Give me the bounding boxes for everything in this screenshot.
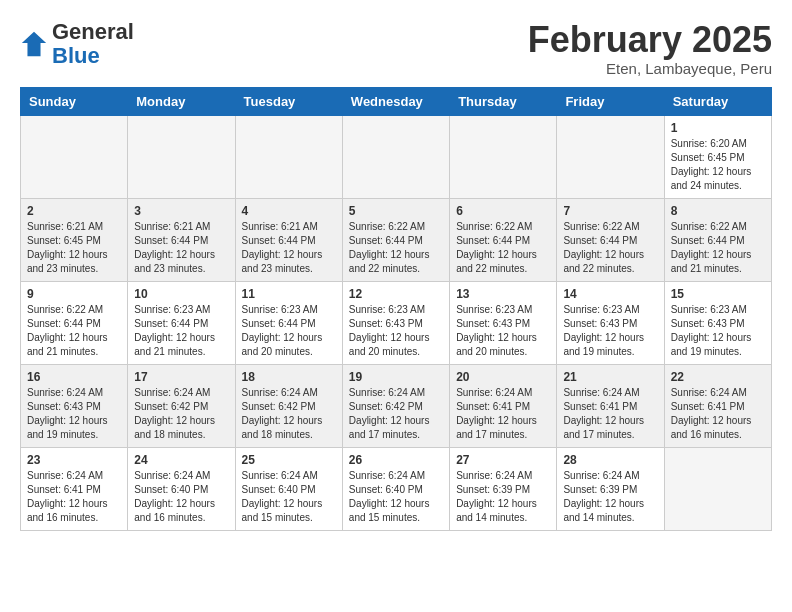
day-number: 19 — [349, 370, 443, 384]
calendar-day-cell: 13Sunrise: 6:23 AM Sunset: 6:43 PM Dayli… — [450, 281, 557, 364]
logo-blue-text: Blue — [52, 43, 100, 68]
calendar-day-cell: 4Sunrise: 6:21 AM Sunset: 6:44 PM Daylig… — [235, 198, 342, 281]
day-number: 24 — [134, 453, 228, 467]
day-number: 23 — [27, 453, 121, 467]
day-number: 26 — [349, 453, 443, 467]
day-info: Sunrise: 6:24 AM Sunset: 6:41 PM Dayligh… — [671, 386, 765, 442]
day-info: Sunrise: 6:24 AM Sunset: 6:41 PM Dayligh… — [563, 386, 657, 442]
logo: General Blue — [20, 20, 134, 68]
day-number: 13 — [456, 287, 550, 301]
day-number: 12 — [349, 287, 443, 301]
weekday-header-tuesday: Tuesday — [235, 87, 342, 115]
day-number: 17 — [134, 370, 228, 384]
calendar-day-cell — [557, 115, 664, 198]
calendar-day-cell: 28Sunrise: 6:24 AM Sunset: 6:39 PM Dayli… — [557, 447, 664, 530]
calendar-week-row: 16Sunrise: 6:24 AM Sunset: 6:43 PM Dayli… — [21, 364, 772, 447]
calendar-day-cell — [450, 115, 557, 198]
day-info: Sunrise: 6:22 AM Sunset: 6:44 PM Dayligh… — [456, 220, 550, 276]
day-number: 5 — [349, 204, 443, 218]
day-number: 14 — [563, 287, 657, 301]
day-info: Sunrise: 6:21 AM Sunset: 6:44 PM Dayligh… — [134, 220, 228, 276]
day-info: Sunrise: 6:24 AM Sunset: 6:42 PM Dayligh… — [242, 386, 336, 442]
day-number: 10 — [134, 287, 228, 301]
day-number: 20 — [456, 370, 550, 384]
day-info: Sunrise: 6:24 AM Sunset: 6:40 PM Dayligh… — [242, 469, 336, 525]
day-number: 8 — [671, 204, 765, 218]
day-number: 7 — [563, 204, 657, 218]
logo-icon — [20, 30, 48, 58]
calendar-day-cell: 16Sunrise: 6:24 AM Sunset: 6:43 PM Dayli… — [21, 364, 128, 447]
calendar-day-cell — [235, 115, 342, 198]
day-info: Sunrise: 6:24 AM Sunset: 6:43 PM Dayligh… — [27, 386, 121, 442]
day-info: Sunrise: 6:23 AM Sunset: 6:44 PM Dayligh… — [134, 303, 228, 359]
day-number: 6 — [456, 204, 550, 218]
day-info: Sunrise: 6:24 AM Sunset: 6:41 PM Dayligh… — [456, 386, 550, 442]
calendar-day-cell: 8Sunrise: 6:22 AM Sunset: 6:44 PM Daylig… — [664, 198, 771, 281]
day-info: Sunrise: 6:24 AM Sunset: 6:39 PM Dayligh… — [563, 469, 657, 525]
day-info: Sunrise: 6:23 AM Sunset: 6:43 PM Dayligh… — [671, 303, 765, 359]
day-info: Sunrise: 6:24 AM Sunset: 6:42 PM Dayligh… — [134, 386, 228, 442]
calendar-week-row: 23Sunrise: 6:24 AM Sunset: 6:41 PM Dayli… — [21, 447, 772, 530]
day-number: 11 — [242, 287, 336, 301]
calendar-table: SundayMondayTuesdayWednesdayThursdayFrid… — [20, 87, 772, 531]
calendar-day-cell: 15Sunrise: 6:23 AM Sunset: 6:43 PM Dayli… — [664, 281, 771, 364]
page-header: General Blue February 2025 Eten, Lambaye… — [20, 20, 772, 77]
day-info: Sunrise: 6:24 AM Sunset: 6:39 PM Dayligh… — [456, 469, 550, 525]
day-number: 9 — [27, 287, 121, 301]
calendar-week-row: 9Sunrise: 6:22 AM Sunset: 6:44 PM Daylig… — [21, 281, 772, 364]
day-info: Sunrise: 6:21 AM Sunset: 6:45 PM Dayligh… — [27, 220, 121, 276]
day-info: Sunrise: 6:23 AM Sunset: 6:44 PM Dayligh… — [242, 303, 336, 359]
day-number: 27 — [456, 453, 550, 467]
weekday-header-thursday: Thursday — [450, 87, 557, 115]
calendar-day-cell: 24Sunrise: 6:24 AM Sunset: 6:40 PM Dayli… — [128, 447, 235, 530]
day-number: 18 — [242, 370, 336, 384]
svg-marker-0 — [22, 32, 46, 56]
calendar-day-cell — [21, 115, 128, 198]
day-info: Sunrise: 6:22 AM Sunset: 6:44 PM Dayligh… — [563, 220, 657, 276]
day-number: 4 — [242, 204, 336, 218]
weekday-header-saturday: Saturday — [664, 87, 771, 115]
calendar-day-cell: 20Sunrise: 6:24 AM Sunset: 6:41 PM Dayli… — [450, 364, 557, 447]
calendar-day-cell: 26Sunrise: 6:24 AM Sunset: 6:40 PM Dayli… — [342, 447, 449, 530]
day-info: Sunrise: 6:21 AM Sunset: 6:44 PM Dayligh… — [242, 220, 336, 276]
day-number: 3 — [134, 204, 228, 218]
weekday-header-row: SundayMondayTuesdayWednesdayThursdayFrid… — [21, 87, 772, 115]
calendar-day-cell: 14Sunrise: 6:23 AM Sunset: 6:43 PM Dayli… — [557, 281, 664, 364]
calendar-day-cell: 9Sunrise: 6:22 AM Sunset: 6:44 PM Daylig… — [21, 281, 128, 364]
day-info: Sunrise: 6:23 AM Sunset: 6:43 PM Dayligh… — [563, 303, 657, 359]
day-info: Sunrise: 6:22 AM Sunset: 6:44 PM Dayligh… — [349, 220, 443, 276]
day-info: Sunrise: 6:24 AM Sunset: 6:42 PM Dayligh… — [349, 386, 443, 442]
calendar-day-cell — [664, 447, 771, 530]
calendar-day-cell: 11Sunrise: 6:23 AM Sunset: 6:44 PM Dayli… — [235, 281, 342, 364]
calendar-day-cell: 1Sunrise: 6:20 AM Sunset: 6:45 PM Daylig… — [664, 115, 771, 198]
calendar-day-cell: 23Sunrise: 6:24 AM Sunset: 6:41 PM Dayli… — [21, 447, 128, 530]
calendar-day-cell: 25Sunrise: 6:24 AM Sunset: 6:40 PM Dayli… — [235, 447, 342, 530]
calendar-day-cell: 21Sunrise: 6:24 AM Sunset: 6:41 PM Dayli… — [557, 364, 664, 447]
calendar-week-row: 1Sunrise: 6:20 AM Sunset: 6:45 PM Daylig… — [21, 115, 772, 198]
day-number: 16 — [27, 370, 121, 384]
day-number: 1 — [671, 121, 765, 135]
day-info: Sunrise: 6:23 AM Sunset: 6:43 PM Dayligh… — [349, 303, 443, 359]
calendar-day-cell: 2Sunrise: 6:21 AM Sunset: 6:45 PM Daylig… — [21, 198, 128, 281]
day-info: Sunrise: 6:20 AM Sunset: 6:45 PM Dayligh… — [671, 137, 765, 193]
title-block: February 2025 Eten, Lambayeque, Peru — [528, 20, 772, 77]
calendar-day-cell — [342, 115, 449, 198]
calendar-day-cell: 22Sunrise: 6:24 AM Sunset: 6:41 PM Dayli… — [664, 364, 771, 447]
calendar-week-row: 2Sunrise: 6:21 AM Sunset: 6:45 PM Daylig… — [21, 198, 772, 281]
calendar-day-cell: 3Sunrise: 6:21 AM Sunset: 6:44 PM Daylig… — [128, 198, 235, 281]
day-number: 15 — [671, 287, 765, 301]
calendar-day-cell: 7Sunrise: 6:22 AM Sunset: 6:44 PM Daylig… — [557, 198, 664, 281]
day-number: 2 — [27, 204, 121, 218]
calendar-day-cell: 27Sunrise: 6:24 AM Sunset: 6:39 PM Dayli… — [450, 447, 557, 530]
weekday-header-sunday: Sunday — [21, 87, 128, 115]
calendar-day-cell: 17Sunrise: 6:24 AM Sunset: 6:42 PM Dayli… — [128, 364, 235, 447]
calendar-day-cell: 19Sunrise: 6:24 AM Sunset: 6:42 PM Dayli… — [342, 364, 449, 447]
calendar-day-cell: 18Sunrise: 6:24 AM Sunset: 6:42 PM Dayli… — [235, 364, 342, 447]
weekday-header-wednesday: Wednesday — [342, 87, 449, 115]
day-info: Sunrise: 6:22 AM Sunset: 6:44 PM Dayligh… — [671, 220, 765, 276]
weekday-header-friday: Friday — [557, 87, 664, 115]
weekday-header-monday: Monday — [128, 87, 235, 115]
logo-general-text: General — [52, 19, 134, 44]
day-number: 28 — [563, 453, 657, 467]
day-info: Sunrise: 6:24 AM Sunset: 6:41 PM Dayligh… — [27, 469, 121, 525]
